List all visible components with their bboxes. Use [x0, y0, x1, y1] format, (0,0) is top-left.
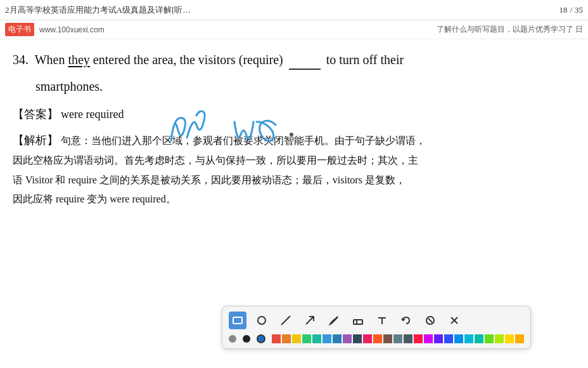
header-strip: 电子书 www.100xuexi.com 了解什么与听写题目，以题片优秀学习了 …: [0, 20, 588, 39]
color-cell-9[interactable]: [363, 334, 372, 343]
total-pages: 35: [575, 5, 583, 15]
document-title: 2月高等学校英语应用能力考试A级真题及详解[听…: [5, 4, 559, 16]
undo-button[interactable]: [397, 312, 415, 329]
color-cell-3[interactable]: [302, 334, 311, 343]
color-cell-12[interactable]: [393, 334, 402, 343]
color-cell-2[interactable]: [292, 334, 301, 343]
word-when: When: [35, 53, 68, 67]
word-to-turn: to: [326, 53, 340, 67]
current-page: 18: [559, 5, 567, 15]
color-cell-21[interactable]: [485, 334, 494, 343]
answer-blank: [289, 69, 321, 70]
color-cell-17[interactable]: [444, 334, 453, 343]
word-off-their: off their: [362, 53, 404, 67]
main-content: 34. When they entered the area, the visi…: [0, 39, 588, 219]
color-black[interactable]: [243, 335, 250, 343]
color-cell-6[interactable]: [333, 334, 342, 343]
color-strip: [272, 334, 524, 343]
word-entered: entered the area, the visitors: [93, 53, 239, 67]
color-cell-0[interactable]: [272, 334, 281, 343]
rectangle-tool[interactable]: [229, 312, 246, 329]
analysis-label: 【解析】: [13, 134, 58, 147]
clear-button[interactable]: [421, 312, 439, 329]
color-cell-16[interactable]: [434, 334, 443, 343]
color-cell-11[interactable]: [383, 334, 392, 343]
color-cell-15[interactable]: [424, 334, 433, 343]
color-cell-24[interactable]: [515, 334, 524, 343]
analysis-line-2: 语 Visitor 和 require 之间的关系是被动关系，因此要用被动语态；…: [13, 171, 575, 190]
svg-line-10: [428, 319, 432, 322]
color-row: [229, 334, 524, 343]
answer-label: 【答案】: [13, 108, 58, 121]
continuation-line: smartphones.: [35, 76, 575, 96]
line-tool[interactable]: [277, 312, 295, 329]
word-they: they: [68, 53, 89, 67]
color-cell-18[interactable]: [454, 334, 463, 343]
ebook-badge: 电子书: [5, 23, 34, 36]
svg-point-2: [258, 317, 265, 324]
question-line: 34. When they entered the area, the visi…: [13, 49, 575, 70]
analysis-line-0: 【解析】 句意：当他们进入那个区域，参观者们被要求关闭智能手机。由于句子缺少谓语…: [13, 129, 575, 151]
toolbar-tools-row: [229, 312, 524, 329]
answer-text: were required: [61, 108, 124, 121]
analysis-section: 【解析】 句意：当他们进入那个区域，参观者们被要求关闭智能手机。由于句子缺少谓语…: [13, 129, 575, 209]
word-require: (require): [239, 53, 283, 67]
text-tool[interactable]: [373, 312, 391, 329]
page-indicator: 18 / 35: [559, 5, 583, 15]
color-cell-1[interactable]: [282, 334, 291, 343]
color-cell-10[interactable]: [373, 334, 382, 343]
eraser-tool[interactable]: [349, 312, 367, 329]
word-turn: turn: [339, 53, 359, 67]
color-cell-8[interactable]: [353, 334, 362, 343]
svg-rect-5: [354, 320, 362, 324]
svg-line-4: [306, 317, 314, 324]
svg-line-3: [281, 316, 290, 325]
site-url: www.100xuexi.com: [39, 25, 105, 34]
color-cell-5[interactable]: [323, 334, 331, 343]
svg-rect-1: [233, 317, 242, 324]
color-blue-selected[interactable]: [257, 334, 265, 343]
circle-tool[interactable]: [253, 312, 271, 329]
answer-section: 【答案】 were required: [13, 107, 575, 122]
color-cell-7[interactable]: [343, 334, 352, 343]
color-gray[interactable]: [229, 335, 236, 343]
close-button[interactable]: [445, 312, 463, 329]
drawing-toolbar: [222, 306, 531, 349]
color-cell-22[interactable]: [495, 334, 504, 343]
pen-tool[interactable]: [325, 312, 343, 329]
question-number: 34.: [13, 53, 32, 67]
header-right-text: 了解什么与听写题目，以题片优秀学习了 日: [437, 24, 583, 35]
color-cell-20[interactable]: [475, 334, 483, 343]
color-cell-19[interactable]: [464, 334, 473, 343]
analysis-line-3: 因此应将 require 变为 were required。: [13, 190, 575, 209]
color-cell-13[interactable]: [404, 334, 412, 343]
page-separator: /: [570, 5, 572, 15]
arrow-tool[interactable]: [301, 312, 319, 329]
analysis-line-1: 因此空格应为谓语动词。首先考虑时态，与从句保持一致，所以要用一般过去时；其次，主: [13, 151, 575, 170]
color-cell-4[interactable]: [312, 334, 321, 343]
analysis-text-0: 句意：当他们进入那个区域，参观者们被要求关闭智能手机。由于句子缺少谓语，: [61, 135, 426, 146]
color-cell-14[interactable]: [414, 334, 423, 343]
top-bar: 2月高等学校英语应用能力考试A级真题及详解[听… 18 / 35: [0, 0, 588, 20]
color-cell-23[interactable]: [505, 334, 514, 343]
word-smartphones: smartphones.: [35, 79, 103, 93]
